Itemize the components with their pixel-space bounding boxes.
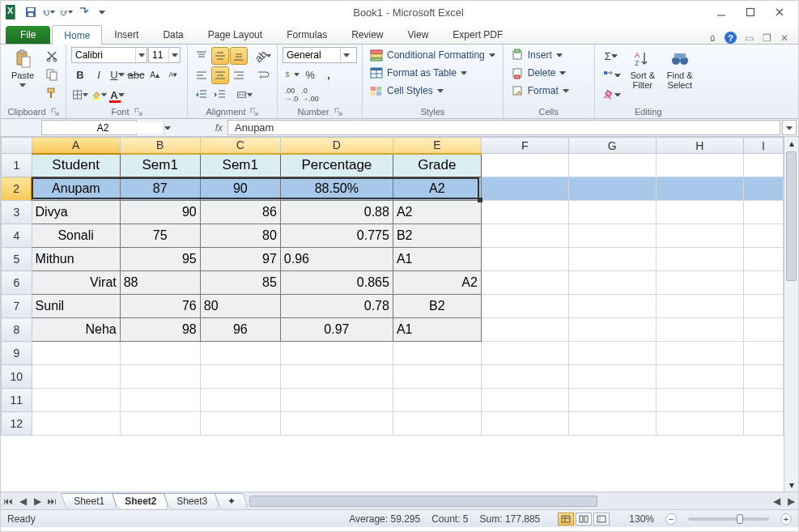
tab-home[interactable]: Home	[52, 25, 102, 45]
qat-customize[interactable]	[95, 5, 109, 19]
cell[interactable]	[568, 295, 656, 318]
zoom-level[interactable]: 130%	[629, 513, 654, 525]
cell[interactable]	[743, 271, 783, 295]
name-box[interactable]	[41, 120, 137, 135]
cell[interactable]: 85	[200, 271, 280, 295]
cell[interactable]	[656, 177, 743, 201]
cell[interactable]	[32, 365, 120, 389]
next-sheet-button[interactable]: ▶	[30, 494, 45, 509]
formula-input[interactable]: Anupam	[227, 120, 780, 135]
shrink-font-button[interactable]: A▾	[164, 66, 182, 83]
workbook-restore-button[interactable]: ❐	[761, 32, 772, 44]
horizontal-scrollbar[interactable]	[249, 496, 766, 507]
cell[interactable]: 90	[200, 177, 280, 201]
number-format-input[interactable]	[283, 49, 340, 61]
decrease-indent-button[interactable]	[193, 86, 210, 104]
cell[interactable]: 88.50%	[280, 177, 393, 201]
cell[interactable]	[393, 342, 481, 365]
first-sheet-button[interactable]: ⏮	[1, 494, 15, 509]
cell[interactable]	[200, 412, 280, 436]
horizontal-scroll-thumb[interactable]	[249, 496, 597, 507]
cell[interactable]	[656, 389, 743, 412]
cell[interactable]	[120, 365, 200, 389]
vertical-scroll-thumb[interactable]	[786, 151, 797, 281]
column-header[interactable]: E	[393, 138, 481, 154]
row-header[interactable]: 6	[2, 271, 32, 295]
tab-file[interactable]: File	[6, 26, 50, 44]
cell[interactable]: 86	[200, 201, 280, 224]
column-header[interactable]: C	[200, 138, 280, 154]
qat-item[interactable]	[77, 5, 91, 19]
scroll-down-button[interactable]: ▾	[784, 479, 798, 492]
cell[interactable]: 0.78	[280, 295, 393, 318]
row-header[interactable]: 2	[2, 177, 32, 201]
cell[interactable]	[481, 295, 568, 318]
cell[interactable]	[743, 342, 783, 365]
tab-insert[interactable]: Insert	[102, 24, 151, 44]
cell[interactable]: 97	[200, 248, 280, 271]
zoom-in-button[interactable]: +	[780, 513, 792, 525]
close-button[interactable]	[766, 3, 793, 21]
new-sheet-button[interactable]: ✦	[215, 493, 249, 509]
fill-button[interactable]	[600, 66, 623, 84]
double-underline-button[interactable]: abc	[127, 66, 145, 83]
cell[interactable]	[656, 365, 743, 389]
cell[interactable]: 76	[120, 295, 200, 318]
autosum-button[interactable]: Σ	[600, 47, 623, 65]
cell[interactable]	[32, 389, 120, 412]
cell[interactable]	[393, 412, 481, 436]
tab-review[interactable]: Review	[339, 24, 395, 44]
cell[interactable]: Anupam	[32, 177, 120, 201]
tab-data[interactable]: Data	[151, 24, 195, 44]
cell[interactable]	[568, 389, 656, 412]
column-header[interactable]: A	[32, 138, 120, 154]
copy-button[interactable]	[43, 66, 61, 83]
align-right-button[interactable]	[230, 66, 248, 84]
cell[interactable]	[743, 295, 783, 318]
orientation-button[interactable]: ab	[254, 47, 272, 65]
redo-button[interactable]	[59, 5, 74, 19]
increase-decimal-button[interactable]: .00→.0	[283, 86, 300, 104]
cell[interactable]	[656, 154, 743, 177]
grow-font-button[interactable]: A▴	[146, 66, 164, 83]
format-cells-button[interactable]: Format	[508, 83, 589, 99]
cell[interactable]: Percentage	[280, 154, 393, 177]
cell[interactable]: 75	[120, 224, 200, 248]
cell[interactable]: A1	[393, 248, 481, 271]
row-header[interactable]: 12	[2, 412, 32, 436]
undo-button[interactable]	[41, 5, 56, 19]
maximize-button[interactable]	[737, 3, 764, 21]
wrap-text-button[interactable]	[254, 66, 272, 84]
fx-icon[interactable]: fx	[182, 119, 227, 136]
merge-center-button[interactable]	[236, 86, 253, 104]
cell[interactable]	[481, 365, 568, 389]
cell[interactable]	[743, 201, 783, 224]
cell[interactable]	[120, 412, 200, 436]
cell[interactable]	[568, 177, 656, 201]
cell-styles-button[interactable]: Cell Styles	[368, 83, 498, 99]
cell[interactable]	[656, 295, 743, 318]
align-top-button[interactable]	[193, 47, 210, 65]
cell[interactable]	[568, 154, 656, 177]
cell[interactable]	[568, 365, 656, 389]
cell[interactable]: 87	[120, 177, 200, 201]
cell[interactable]	[743, 177, 783, 201]
row-header[interactable]: 7	[2, 295, 32, 318]
align-center-button[interactable]	[211, 66, 229, 84]
cell[interactable]	[280, 365, 393, 389]
underline-button[interactable]: U	[108, 66, 126, 83]
fill-color-button[interactable]	[90, 86, 108, 104]
cell[interactable]	[568, 201, 656, 224]
cell[interactable]: Neha	[32, 318, 120, 342]
row-header[interactable]: 10	[2, 365, 32, 389]
cell[interactable]	[280, 412, 393, 436]
cell[interactable]: Divya	[32, 201, 120, 224]
cell[interactable]: Mithun	[32, 248, 120, 271]
borders-button[interactable]	[71, 86, 89, 104]
cell[interactable]: 80	[200, 295, 280, 318]
cell[interactable]	[200, 365, 280, 389]
column-header[interactable]: F	[481, 138, 568, 154]
column-header[interactable]: D	[280, 138, 393, 154]
percent-format-button[interactable]: %	[301, 66, 319, 83]
column-header[interactable]: B	[120, 138, 200, 154]
